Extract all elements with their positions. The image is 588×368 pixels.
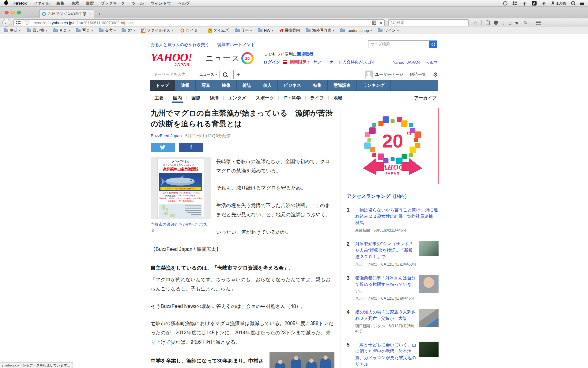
web-search-input[interactable]: ウェブ検索 [368, 40, 429, 48]
promo-link-text[interactable]: 売る人と買う人の心が行き交う [151, 42, 209, 48]
article-source-link[interactable]: BuzzFeed Japan [151, 133, 182, 138]
ranking-item[interactable]: 3 猪瀬前都知事「舛添さんは自分で辞める権限すら持っていない」 スポーツ報知 6… [347, 271, 439, 305]
bookmark-folder-randomshop[interactable]: random shop▾ [340, 29, 372, 33]
bookmark-folder-shigoto[interactable]: 仕事▾ [235, 28, 252, 33]
yahoo-logo[interactable]: YAHOO! JAPAN [151, 51, 192, 64]
menu-edit[interactable]: 編集 [57, 1, 65, 6]
bookmark-times[interactable]: 夕タイムズ [208, 28, 229, 33]
nav-tab-video[interactable]: 映像 [216, 80, 237, 91]
close-window-button[interactable] [5, 11, 9, 14]
reader-mode-icon[interactable] [372, 21, 377, 25]
bookmark-folder-sanko[interactable]: 参考▾ [99, 28, 116, 33]
image-caption-link[interactable]: 壱岐市の漁師たちが作ったポスター [151, 221, 211, 233]
subnav-life[interactable]: ライフ [306, 96, 329, 100]
ranking-item[interactable]: 2 舛添都知事の"タマゴサンド３０人前"領収書を検証…「新報道２００１」で スポ… [347, 237, 439, 271]
yahoo-japan-link[interactable]: Yahoo! JAPAN [393, 60, 420, 66]
ranking-item[interactable]: 1 「物は盗らないから言うこと聞け」畑に連れ込み２２歳女性に乱暴 契約社員逮捕 … [347, 203, 439, 237]
menubar-clock[interactable]: 月 10:49 [551, 1, 566, 6]
send-tab-icon[interactable] [515, 20, 519, 25]
help-link[interactable]: ヘルプ [425, 60, 438, 66]
nav-tab-ishiki[interactable]: 意識調査 [328, 80, 357, 91]
apple-menu-icon[interactable] [4, 1, 8, 6]
bookmark-folder-seikatsu[interactable]: 生活▾ [4, 28, 21, 33]
archive-link[interactable]: アーカイブ [414, 95, 438, 101]
bookmark-folder-photographers[interactable]: 海外写真家▾ [306, 28, 334, 33]
facebook-share-button[interactable]: f [179, 143, 203, 152]
browser-search-field[interactable]: 検索 [388, 19, 469, 26]
ranking-item[interactable]: 5 「嫁と子どもに会いにいく」山に消えた背中の覚悟 熊本地震、カメラマンが見た被… [347, 338, 439, 368]
input-method-icon[interactable]: A [532, 1, 537, 6]
bookmark-folder-ongaku[interactable]: 音楽▾ [53, 28, 70, 33]
menu-bookmarks[interactable]: ブックマーク [101, 1, 125, 6]
menu-help[interactable]: ヘルプ [178, 1, 190, 6]
zoom-window-button[interactable] [17, 11, 21, 14]
shield-icon[interactable] [494, 20, 498, 25]
nav-tab-business[interactable]: ビジネス [278, 80, 307, 91]
nav-tab-magazine[interactable]: 雑誌 [237, 80, 257, 91]
nav-tab-ranking[interactable]: ランキング [357, 80, 391, 91]
subnav-shuyo[interactable]: 主要 [150, 96, 168, 100]
signup-link[interactable]: 新規取得 [297, 52, 314, 56]
menu-tools[interactable]: ツール [132, 1, 144, 6]
subnav-chiiki[interactable]: 地域 [329, 96, 347, 100]
pocket-list-icon[interactable] [486, 20, 490, 25]
nav-tab-top[interactable]: トップ [150, 80, 175, 91]
minimize-window-button[interactable] [11, 11, 15, 14]
twitter-share-button[interactable] [151, 143, 175, 152]
subnav-it[interactable]: IT・科学 [279, 96, 305, 100]
menu-file[interactable]: ファイル [33, 1, 50, 6]
dropbox-icon[interactable] [512, 1, 517, 6]
subscriptions-link[interactable]: 購読一覧 [410, 72, 426, 77]
menu-firefox[interactable]: Firefox [13, 1, 27, 6]
promo-link-fukkou[interactable]: 復興デパートメント [217, 42, 255, 48]
news-search-box[interactable]: キーワードを入力 ニュース ▾ [151, 70, 231, 79]
bookmark-folder-kaimono[interactable]: 買い物▾ [27, 28, 47, 33]
login-link[interactable]: ログイン [263, 59, 280, 65]
new-tab-button[interactable]: + [98, 11, 101, 17]
tab-close-icon[interactable]: × [89, 12, 92, 16]
user-page-link[interactable]: ユーザーページ [365, 71, 403, 79]
article-image[interactable]: クロマグロさん たくさんの卵を産んでください！！ 産卵親魚自主禁漁開始 太平洋ク… [151, 157, 211, 219]
menu-window[interactable]: ウインドウ [151, 1, 171, 6]
bookmark-star-icon[interactable]: ☆ [473, 20, 477, 26]
stop-button[interactable]: × [379, 21, 382, 25]
bookmark-folder-hw[interactable]: HW▾ [258, 29, 273, 33]
20th-anniversary-badge[interactable]: 20 [241, 52, 254, 64]
home-icon[interactable]: ⌂ [508, 20, 512, 26]
back-button[interactable]: ← [2, 19, 10, 27]
creative-cloud-icon[interactable] [503, 1, 507, 6]
airdrop-icon[interactable] [522, 2, 527, 5]
bookmark-reuters[interactable]: ロイター [180, 28, 202, 33]
subnav-kokusai[interactable]: 国際 [187, 96, 205, 100]
subnav-keizai[interactable]: 経済 [205, 96, 224, 100]
site-grid-icon[interactable] [16, 21, 21, 25]
bookmark-transit[interactable]: Y!乗換案内 [279, 28, 300, 33]
category-select[interactable]: ニュース [199, 72, 214, 77]
ranking-link[interactable]: 猪瀬前都知事「舛添さんは自分で辞める権限すら持っていない」 [355, 275, 417, 294]
bookmark-folder-shashin[interactable]: 写真▾ [76, 28, 93, 33]
notification-center-icon[interactable] [580, 2, 584, 5]
feedback-smiley-icon[interactable]: ☺ [523, 20, 528, 26]
subnav-sports[interactable]: スポーツ [251, 96, 279, 100]
subnav-kokunai[interactable]: 国内 [168, 96, 187, 100]
nav-tab-tokushu[interactable]: 特集 [307, 80, 328, 91]
ranking-link[interactable]: 娘の知人の男？に家族３人刺され２人死亡、父娘か 大阪 [355, 309, 417, 322]
downloads-icon[interactable]: ↓ [502, 20, 504, 25]
bookmark-folder-27[interactable]: 27▾ [122, 29, 135, 33]
browser-tab[interactable]: 九州でマグロの自主禁漁が... × [39, 9, 94, 18]
bookmark-filepost[interactable]: Fファイルポスト [141, 28, 175, 33]
url-bar[interactable]: › i headlines. yahoo.co.jp /hl?a=2016061… [13, 19, 385, 26]
nav-tab-sokuho[interactable]: 速報 [175, 80, 196, 91]
nav-tab-photo[interactable]: 写真 [196, 80, 216, 91]
menu-hamburger-icon[interactable] [536, 21, 541, 25]
ranking-link[interactable]: 舛添都知事の"タマゴサンド３０人前"領収書を検証…「新報道２００１」で [355, 241, 417, 260]
card-promo-link[interactable]: ヤフー・カード入会特典がスゴイ [313, 59, 376, 65]
ranking-item[interactable]: 4 娘の知人の男？に家族３人刺され２人死亡、父娘か 大阪 朝日新聞デジタル 6月… [347, 305, 439, 338]
gear-icon[interactable]: ⚙ [433, 71, 438, 78]
menu-view[interactable]: 表示 [71, 1, 79, 6]
wifi-icon[interactable] [541, 2, 546, 5]
ranking-link[interactable]: 「嫁と子どもに会いにいく」山に消えた背中の覚悟 熊本地震、カメラマンが見た被災地… [355, 342, 417, 367]
web-search-button[interactable] [429, 40, 437, 48]
bookmark-folder-wine[interactable]: ワイン▾ [378, 28, 399, 33]
menu-history[interactable]: 履歴 [86, 1, 94, 6]
